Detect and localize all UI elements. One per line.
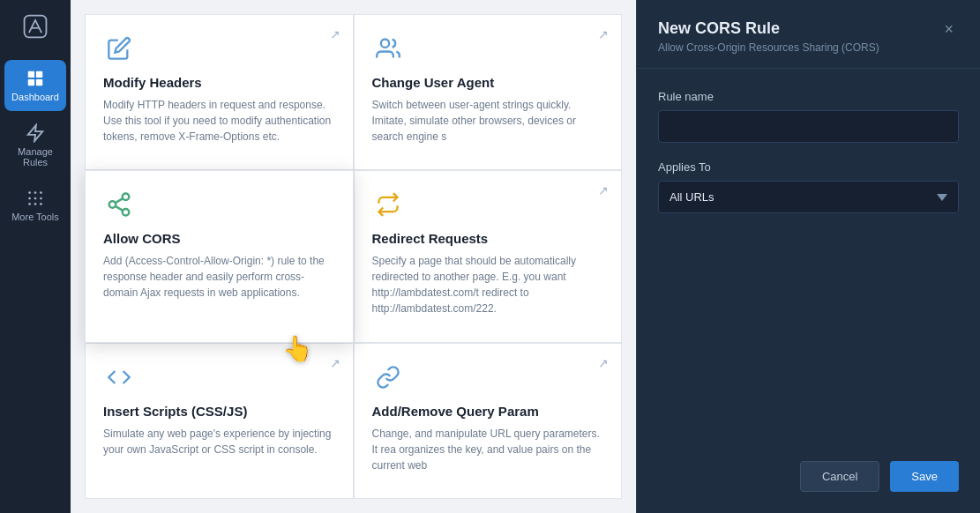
sidebar-item-manage-rules[interactable]: Manage Rules	[4, 115, 66, 176]
svg-point-10	[28, 197, 31, 200]
sidebar-dashboard-label: Dashboard	[11, 92, 59, 102]
change-user-agent-icon	[372, 33, 404, 64]
svg-point-7	[34, 197, 37, 200]
tool-card-insert-scripts[interactable]: ↗ Insert Scripts (CSS/JS) Simulate any w…	[85, 343, 354, 499]
add-remove-query-desc: Change, and manipulate URL query paramet…	[372, 426, 604, 473]
svg-point-12	[40, 191, 42, 194]
svg-point-13	[40, 197, 42, 200]
redirect-requests-desc: Specify a page that should be automatica…	[372, 253, 604, 316]
svg-rect-1	[28, 71, 34, 78]
panel-title: New CORS Rule	[658, 19, 879, 38]
redirect-requests-title: Redirect Requests	[372, 231, 604, 246]
allow-cors-desc: Add (Access-Control-Allow-Origin: *) rul…	[103, 253, 335, 301]
panel-header: New CORS Rule Allow Cross-Origin Resourc…	[637, 0, 980, 69]
modify-headers-desc: Modify HTTP headers in request and respo…	[103, 97, 335, 145]
cors-rule-panel: New CORS Rule Allow Cross-Origin Resourc…	[636, 0, 980, 513]
tools-grid: ↗ Modify Headers Modify HTTP headers in …	[71, 0, 636, 513]
add-remove-query-icon	[372, 361, 404, 393]
svg-point-8	[34, 203, 37, 205]
insert-scripts-title: Insert Scripts (CSS/JS)	[103, 404, 335, 419]
sidebar-more-tools-label: More Tools	[11, 212, 59, 222]
svg-point-9	[28, 191, 31, 194]
tool-card-modify-headers[interactable]: ↗ Modify Headers Modify HTTP headers in …	[85, 14, 354, 170]
change-user-agent-title: Change User Agent	[372, 75, 604, 90]
panel-header-text: New CORS Rule Allow Cross-Origin Resourc…	[658, 19, 879, 54]
close-button[interactable]: ×	[939, 19, 959, 39]
dashboard-icon	[26, 69, 45, 88]
svg-point-14	[40, 203, 42, 205]
svg-point-11	[28, 203, 31, 205]
modify-headers-icon	[103, 33, 135, 64]
allow-cors-icon	[103, 189, 135, 220]
tool-card-add-remove-query[interactable]: ↗ Add/Remove Query Param Change, and man…	[354, 343, 623, 499]
svg-rect-4	[36, 79, 42, 86]
expand-icon-redirect-requests: ↗	[598, 183, 609, 197]
expand-icon-modify-headers: ↗	[330, 27, 340, 41]
svg-point-18	[123, 209, 130, 216]
sidebar-item-more-tools[interactable]: More Tools	[4, 180, 66, 231]
svg-line-20	[116, 198, 123, 203]
allow-cors-title: Allow CORS	[103, 231, 335, 246]
sidebar: Dashboard Manage Rules More Tools	[0, 0, 71, 513]
expand-icon-add-remove-query: ↗	[598, 356, 609, 370]
cancel-button[interactable]: Cancel	[800, 461, 879, 492]
applies-to-label: Applies To	[658, 160, 959, 174]
svg-line-19	[116, 206, 123, 211]
svg-point-15	[380, 40, 388, 48]
svg-rect-3	[28, 79, 34, 86]
rule-name-label: Rule name	[658, 90, 959, 103]
sidebar-item-dashboard[interactable]: Dashboard	[4, 60, 66, 111]
tool-card-change-user-agent[interactable]: ↗ Change User Agent Switch between user-…	[354, 14, 623, 170]
app-logo	[19, 11, 51, 42]
sidebar-manage-rules-label: Manage Rules	[10, 146, 61, 167]
main-content: ↗ Modify Headers Modify HTTP headers in …	[71, 0, 636, 513]
panel-body: Rule name Applies To All URLs	[637, 69, 980, 461]
rule-name-field-group: Rule name	[658, 90, 959, 143]
applies-to-select[interactable]: All URLs	[658, 181, 959, 213]
expand-icon-change-user-agent: ↗	[598, 27, 609, 41]
insert-scripts-desc: Simulate any web page's experience by in…	[103, 426, 335, 457]
tool-card-allow-cors[interactable]: Allow CORS Add (Access-Control-Allow-Ori…	[85, 170, 354, 342]
applies-to-field-group: Applies To All URLs	[658, 160, 959, 213]
svg-point-6	[34, 191, 37, 194]
insert-scripts-icon	[103, 361, 135, 393]
expand-icon-insert-scripts: ↗	[330, 356, 340, 370]
change-user-agent-desc: Switch between user-agent strings quickl…	[372, 97, 604, 145]
rule-name-input[interactable]	[658, 110, 959, 143]
redirect-requests-icon	[372, 189, 404, 220]
panel-footer: Cancel Save	[637, 461, 980, 513]
save-button[interactable]: Save	[890, 461, 959, 492]
add-remove-query-title: Add/Remove Query Param	[372, 404, 604, 419]
modify-headers-title: Modify Headers	[103, 75, 335, 90]
svg-point-17	[109, 202, 116, 209]
svg-marker-5	[28, 125, 43, 141]
svg-point-16	[123, 194, 130, 201]
svg-rect-2	[36, 71, 42, 78]
panel-subtitle: Allow Cross-Origin Resources Sharing (CO…	[658, 41, 879, 54]
manage-rules-icon	[26, 123, 45, 143]
more-tools-icon	[26, 189, 45, 208]
tool-card-redirect-requests[interactable]: ↗ Redirect Requests Specify a page that …	[354, 170, 623, 342]
